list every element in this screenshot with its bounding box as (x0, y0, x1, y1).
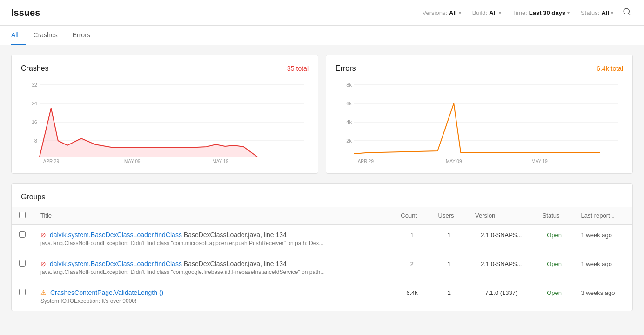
row2-desc: java.lang.ClassNotFoundException: Didn't… (40, 269, 386, 275)
crashes-chart-header: Crashes 35 total (21, 64, 309, 73)
row3-status: Open (535, 282, 574, 311)
table-row: ⊘ dalvik.system.BaseDexClassLoader.findC… (12, 225, 632, 253)
status-filter[interactable]: Status: All ▾ (577, 7, 617, 18)
main-content: Crashes 35 total 32 24 16 8 A (0, 45, 644, 321)
row3-checkbox[interactable] (19, 289, 26, 295)
th-checkbox (12, 207, 33, 225)
svg-text:MAY 09: MAY 09 (124, 159, 141, 164)
search-button[interactable] (621, 6, 633, 20)
groups-table: Title Count Users Version Status Last re… (12, 207, 632, 311)
th-users: Users (431, 207, 468, 225)
svg-point-0 (624, 8, 629, 14)
errors-chart-header: Errors 6.4k total (335, 64, 623, 73)
groups-section: Groups Title Count Users Version Status … (11, 183, 633, 311)
tab-errors[interactable]: Errors (65, 26, 98, 45)
errors-chart-card: Errors 6.4k total 8k 6k 4k 2k (326, 55, 633, 174)
tabs-bar: All Crashes Errors (0, 26, 644, 45)
row2-last-report: 1 week ago (574, 253, 632, 282)
row2-count: 2 (393, 253, 430, 282)
row1-desc: java.lang.ClassNotFoundException: Didn't… (40, 240, 386, 246)
charts-row: Crashes 35 total 32 24 16 8 A (11, 55, 633, 174)
row1-method: dalvik.system.BaseDexClassLoader.findCla… (50, 231, 182, 239)
errors-chart-title: Errors (335, 64, 356, 73)
svg-text:16: 16 (32, 119, 37, 125)
th-title: Title (33, 207, 393, 225)
svg-marker-14 (40, 108, 257, 157)
row1-checkbox-cell (12, 225, 33, 253)
svg-text:24: 24 (32, 101, 37, 106)
crashes-total: 35 total (287, 65, 309, 72)
row3-version: 7.1.0 (1337) (468, 282, 535, 311)
svg-text:MAY 19: MAY 19 (531, 159, 548, 164)
row2-method: dalvik.system.BaseDexClassLoader.findCla… (50, 260, 182, 267)
table-row: ⚠ CrashesContentPage.ValidateLength () S… (12, 282, 632, 311)
row2-issue-title: ⊘ dalvik.system.BaseDexClassLoader.findC… (40, 260, 386, 267)
row3-count: 6.4k (393, 282, 430, 311)
svg-line-1 (628, 13, 630, 14)
row1-users: 1 (431, 225, 468, 253)
row3-users: 1 (431, 282, 468, 311)
table-row: ⊘ dalvik.system.BaseDexClassLoader.findC… (12, 253, 632, 282)
crashes-chart-title: Crashes (21, 64, 49, 73)
row1-count: 1 (393, 225, 430, 253)
row3-desc: System.IO.IOException: It's over 9000! (40, 298, 386, 304)
row2-title: ⊘ dalvik.system.BaseDexClassLoader.findC… (33, 253, 393, 282)
versions-filter[interactable]: Versions: All ▾ (419, 7, 465, 18)
errors-total: 6.4k total (597, 65, 623, 72)
svg-text:32: 32 (32, 82, 37, 88)
row1-version: 2.1.0-SNAPS... (468, 225, 535, 253)
crash-icon: ⊘ (40, 260, 46, 267)
crashes-chart-card: Crashes 35 total 32 24 16 8 A (11, 55, 318, 174)
th-last-report[interactable]: Last report ↓ (574, 207, 632, 225)
row1-file: BaseDexClassLoader.java, line 134 (184, 231, 287, 239)
crash-icon: ⊘ (40, 231, 46, 239)
tab-crashes[interactable]: Crashes (26, 26, 65, 45)
row2-checkbox[interactable] (19, 260, 26, 267)
row2-users: 1 (431, 253, 468, 282)
row3-issue-title: ⚠ CrashesContentPage.ValidateLength () (40, 289, 386, 296)
th-count: Count (393, 207, 430, 225)
row1-last-report: 1 week ago (574, 225, 632, 253)
row2-status: Open (535, 253, 574, 282)
row3-checkbox-cell (12, 282, 33, 311)
row3-title: ⚠ CrashesContentPage.ValidateLength () S… (33, 282, 393, 311)
row1-title: ⊘ dalvik.system.BaseDexClassLoader.findC… (33, 225, 393, 253)
groups-title: Groups (21, 193, 45, 201)
time-filter[interactable]: Time: Last 30 days ▾ (509, 7, 573, 18)
header: Issues Versions: All ▾ Build: All ▾ Time… (0, 0, 644, 26)
row1-issue-title: ⊘ dalvik.system.BaseDexClassLoader.findC… (40, 231, 386, 239)
svg-text:APR 29: APR 29 (358, 159, 374, 164)
crashes-svg: 32 24 16 8 APR 29 MAY 09 MAY 19 (21, 80, 309, 164)
svg-text:8: 8 (34, 138, 37, 144)
errors-svg: 8k 6k 4k 2k APR 29 MAY 09 MAY 19 (335, 80, 623, 164)
svg-text:2k: 2k (346, 138, 352, 144)
select-all-checkbox[interactable] (19, 212, 26, 218)
row2-version: 2.1.0-SNAPS... (468, 253, 535, 282)
crashes-chart-area: 32 24 16 8 APR 29 MAY 09 MAY 19 (21, 80, 309, 164)
warning-icon: ⚠ (40, 289, 47, 296)
svg-text:MAY 09: MAY 09 (446, 159, 462, 164)
row1-status: Open (535, 225, 574, 253)
svg-text:4k: 4k (346, 119, 352, 125)
groups-header: Groups (12, 184, 632, 207)
header-controls: Versions: All ▾ Build: All ▾ Time: Last … (419, 6, 633, 20)
build-filter[interactable]: Build: All ▾ (469, 7, 505, 18)
svg-text:APR 29: APR 29 (43, 159, 60, 164)
row3-last-report: 3 weeks ago (574, 282, 632, 311)
row1-checkbox[interactable] (19, 231, 26, 238)
page-title: Issues (11, 7, 40, 18)
row2-file: BaseDexClassLoader.java, line 134 (184, 260, 287, 267)
th-version: Version (468, 207, 535, 225)
tab-all[interactable]: All (11, 26, 26, 45)
svg-text:6k: 6k (346, 101, 352, 106)
row2-checkbox-cell (12, 253, 33, 282)
row3-method: CrashesContentPage.ValidateLength () (50, 289, 163, 296)
errors-chart-area: 8k 6k 4k 2k APR 29 MAY 09 MAY 19 (335, 80, 623, 164)
svg-text:MAY 19: MAY 19 (212, 159, 228, 164)
th-status: Status (535, 207, 574, 225)
svg-text:8k: 8k (346, 82, 352, 88)
